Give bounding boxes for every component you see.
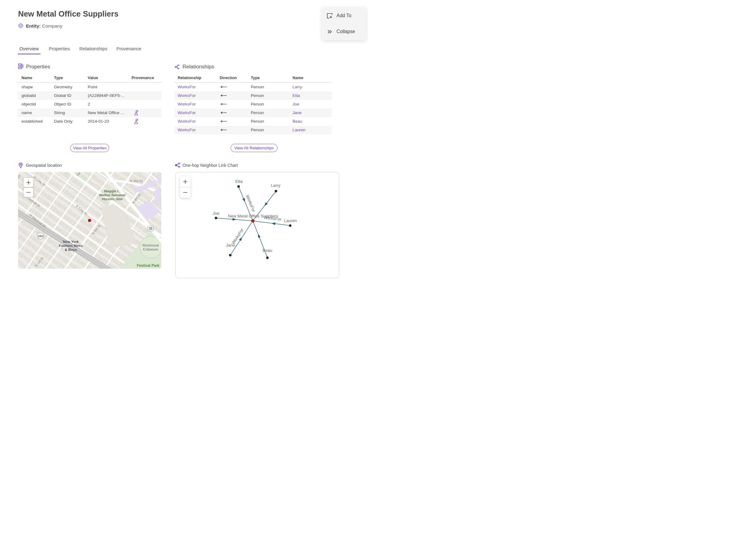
svg-text:Larry: Larry <box>271 183 281 188</box>
svg-text:New York: New York <box>63 240 79 244</box>
svg-text:Maggie L.: Maggie L. <box>104 189 120 193</box>
svg-text:Joe: Joe <box>213 211 219 216</box>
svg-text:Lauren: Lauren <box>284 218 297 223</box>
svg-text:Fashion Mens: Fashion Mens <box>59 244 82 247</box>
svg-text:N 3rd St: N 3rd St <box>130 179 143 183</box>
svg-text:Etta: Etta <box>235 179 243 184</box>
svg-text:Festival Park: Festival Park <box>137 263 159 268</box>
svg-text:WorksFor: WorksFor <box>245 194 256 213</box>
svg-text:& Boys: & Boys <box>65 247 77 251</box>
svg-text:Coliseum: Coliseum <box>143 247 158 251</box>
svg-text:250: 250 <box>38 234 43 238</box>
svg-text:Historic Site: Historic Site <box>102 197 123 201</box>
svg-text:Walker National: Walker National <box>99 193 126 197</box>
svg-text:WorksFor: WorksFor <box>263 215 282 222</box>
svg-text:33: 33 <box>149 227 152 230</box>
svg-text:Beau: Beau <box>263 248 272 253</box>
svg-text:Richmond: Richmond <box>142 243 159 247</box>
